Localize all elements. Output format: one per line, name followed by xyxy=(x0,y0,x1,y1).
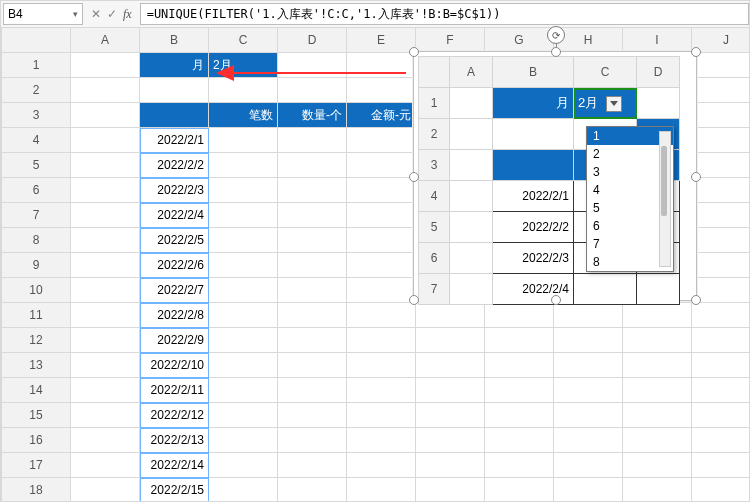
cell[interactable] xyxy=(692,103,751,128)
cell[interactable] xyxy=(209,253,278,278)
row-header[interactable]: 12 xyxy=(2,328,71,353)
month-label-cell[interactable]: 月 xyxy=(140,53,209,78)
row-header[interactable]: 17 xyxy=(2,453,71,478)
cell[interactable] xyxy=(278,128,347,153)
cell[interactable] xyxy=(554,453,623,478)
cell[interactable] xyxy=(623,478,692,503)
cell[interactable] xyxy=(278,203,347,228)
cell[interactable] xyxy=(71,53,140,78)
cell[interactable] xyxy=(347,403,416,428)
cell[interactable] xyxy=(71,103,140,128)
row-header[interactable]: 13 xyxy=(2,353,71,378)
cell[interactable] xyxy=(347,303,416,328)
cell[interactable] xyxy=(71,478,140,503)
cell[interactable] xyxy=(209,303,278,328)
count-header-cell[interactable]: 笔数 xyxy=(209,103,278,128)
col-header[interactable]: I xyxy=(623,28,692,53)
cell[interactable] xyxy=(278,353,347,378)
cell[interactable] xyxy=(416,478,485,503)
cell[interactable] xyxy=(623,303,692,328)
row-header[interactable]: 1 xyxy=(2,53,71,78)
cell[interactable] xyxy=(623,403,692,428)
cell[interactable] xyxy=(347,78,416,103)
cell[interactable] xyxy=(209,353,278,378)
cell[interactable] xyxy=(416,328,485,353)
cell[interactable] xyxy=(623,328,692,353)
date-cell[interactable]: 2022/2/13 xyxy=(140,428,209,453)
cell[interactable] xyxy=(416,453,485,478)
confirm-icon[interactable]: ✓ xyxy=(107,7,117,21)
fx-label[interactable]: fx xyxy=(123,7,132,22)
cell[interactable] xyxy=(347,153,416,178)
cell[interactable] xyxy=(623,353,692,378)
row-header[interactable]: 5 xyxy=(2,153,71,178)
cell[interactable] xyxy=(347,478,416,503)
row-header[interactable]: 7 xyxy=(2,203,71,228)
cell[interactable] xyxy=(209,128,278,153)
cell[interactable] xyxy=(209,378,278,403)
cell[interactable] xyxy=(278,153,347,178)
cell[interactable] xyxy=(209,178,278,203)
cell[interactable] xyxy=(485,328,554,353)
cell[interactable] xyxy=(71,228,140,253)
resize-handle[interactable] xyxy=(551,295,561,305)
cell[interactable] xyxy=(71,153,140,178)
row-header[interactable]: 4 xyxy=(2,128,71,153)
cell[interactable] xyxy=(278,78,347,103)
resize-handle[interactable] xyxy=(691,172,701,182)
col-header[interactable]: B xyxy=(140,28,209,53)
cell[interactable] xyxy=(485,378,554,403)
cell[interactable] xyxy=(485,453,554,478)
cell[interactable] xyxy=(278,303,347,328)
cell[interactable] xyxy=(623,428,692,453)
cell[interactable] xyxy=(485,428,554,453)
cell[interactable] xyxy=(692,78,751,103)
inset-screenshot[interactable]: ⟳ A B C D 1 月 2月 xyxy=(413,51,697,301)
cell[interactable] xyxy=(692,303,751,328)
col-header[interactable]: E xyxy=(347,28,416,53)
col-header[interactable]: F xyxy=(416,28,485,53)
cell[interactable] xyxy=(692,203,751,228)
cell[interactable] xyxy=(692,453,751,478)
cell[interactable] xyxy=(347,378,416,403)
cell[interactable] xyxy=(71,178,140,203)
cell[interactable] xyxy=(623,453,692,478)
cell[interactable] xyxy=(278,453,347,478)
cell[interactable] xyxy=(623,378,692,403)
col-header[interactable]: D xyxy=(278,28,347,53)
cell[interactable] xyxy=(692,353,751,378)
col-header[interactable]: A xyxy=(71,28,140,53)
cell[interactable] xyxy=(347,203,416,228)
date-cell[interactable]: 2022/2/5 xyxy=(140,228,209,253)
chevron-down-icon[interactable]: ▾ xyxy=(73,9,78,19)
amount-header-cell[interactable]: 金额-元 xyxy=(347,103,416,128)
cell[interactable] xyxy=(554,478,623,503)
resize-handle[interactable] xyxy=(409,47,419,57)
date-cell[interactable]: 2022/2/3 xyxy=(140,178,209,203)
cell[interactable] xyxy=(278,278,347,303)
cell[interactable] xyxy=(347,253,416,278)
cell[interactable] xyxy=(71,378,140,403)
cell[interactable] xyxy=(485,478,554,503)
cell[interactable] xyxy=(692,128,751,153)
cell[interactable] xyxy=(209,153,278,178)
resize-handle[interactable] xyxy=(409,295,419,305)
cell[interactable] xyxy=(485,353,554,378)
cell[interactable] xyxy=(347,453,416,478)
cell[interactable] xyxy=(554,328,623,353)
cell[interactable] xyxy=(416,428,485,453)
cell[interactable] xyxy=(71,128,140,153)
cell[interactable] xyxy=(71,428,140,453)
cell[interactable] xyxy=(71,353,140,378)
cell[interactable] xyxy=(347,228,416,253)
cell[interactable] xyxy=(416,353,485,378)
cell[interactable] xyxy=(278,178,347,203)
cell[interactable] xyxy=(485,303,554,328)
cell[interactable] xyxy=(71,403,140,428)
rotate-handle-icon[interactable]: ⟳ xyxy=(547,26,565,44)
resize-handle[interactable] xyxy=(691,47,701,57)
col-header[interactable]: G xyxy=(485,28,554,53)
cell[interactable] xyxy=(278,53,347,78)
cell[interactable] xyxy=(554,303,623,328)
date-cell[interactable]: 2022/2/12 xyxy=(140,403,209,428)
